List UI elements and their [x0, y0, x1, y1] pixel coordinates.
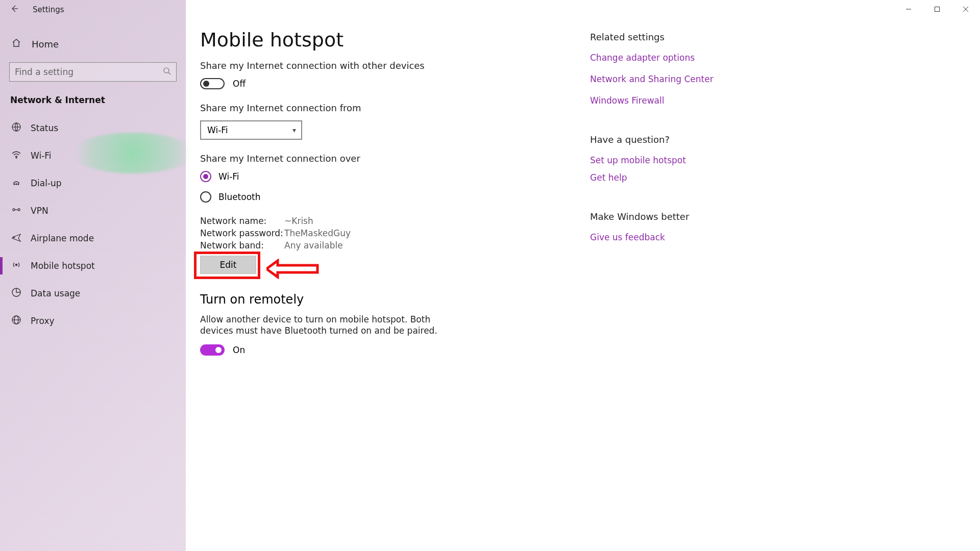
- sidebar-home[interactable]: Home: [0, 30, 186, 58]
- sidebar-item-proxy[interactable]: Proxy: [0, 307, 186, 335]
- share-connection-label: Share my Internet connection with other …: [200, 60, 590, 71]
- svg-point-5: [18, 184, 19, 185]
- sidebar-item-vpn[interactable]: VPN: [0, 197, 186, 224]
- window-chrome: [894, 0, 980, 18]
- edit-button[interactable]: Edit: [200, 256, 256, 274]
- link-give-us-feedback[interactable]: Give us feedback: [590, 232, 753, 242]
- proxy-icon: [11, 315, 21, 327]
- sidebar-item-data-usage[interactable]: Data usage: [0, 280, 186, 307]
- sidebar-item-label: Status: [31, 123, 58, 133]
- svg-marker-12: [266, 261, 317, 277]
- network-name-value: ~Krish: [284, 216, 313, 226]
- wifi-icon: [11, 149, 21, 162]
- svg-point-4: [16, 184, 17, 185]
- sidebar-nav: Status Wi-Fi Dial-up VP: [0, 114, 186, 335]
- share-from-dropdown[interactable]: Wi-Fi ▾: [200, 120, 302, 140]
- dialup-icon: [11, 177, 21, 189]
- related-settings-title: Related settings: [590, 32, 753, 42]
- share-from-value: Wi-Fi: [207, 125, 228, 135]
- annotation-arrow-icon: [266, 259, 323, 279]
- radio-label: Bluetooth: [218, 192, 261, 202]
- link-get-help[interactable]: Get help: [590, 172, 753, 183]
- radio-icon: [200, 191, 211, 203]
- share-over-wifi-radio[interactable]: Wi-Fi: [200, 171, 590, 182]
- network-password-label: Network password:: [200, 228, 284, 238]
- sidebar-item-dialup[interactable]: Dial-up: [0, 169, 186, 197]
- sidebar: Settings Home Network & Internet: [0, 0, 186, 551]
- remote-toggle[interactable]: [200, 344, 225, 356]
- titlebar: Settings: [0, 0, 186, 19]
- remote-heading: Turn on remotely: [200, 292, 590, 307]
- titlebar-title: Settings: [33, 5, 64, 14]
- svg-rect-13: [935, 7, 940, 12]
- link-change-adapter-options[interactable]: Change adapter options: [590, 53, 753, 63]
- link-setup-mobile-hotspot[interactable]: Set up mobile hotspot: [590, 155, 753, 165]
- remote-toggle-text: On: [233, 345, 245, 355]
- toggle-knob: [215, 347, 222, 353]
- svg-point-2: [16, 157, 17, 158]
- vpn-icon: [11, 205, 21, 217]
- right-pane: Related settings Change adapter options …: [590, 0, 774, 551]
- share-from-label: Share my Internet connection from: [200, 103, 590, 113]
- share-connection-toggle[interactable]: [200, 78, 225, 89]
- svg-point-3: [14, 184, 15, 185]
- close-button[interactable]: [951, 0, 980, 18]
- svg-point-7: [18, 209, 20, 211]
- sidebar-item-mobile-hotspot[interactable]: Mobile hotspot: [0, 252, 186, 280]
- sidebar-item-airplane[interactable]: Airplane mode: [0, 224, 186, 252]
- remote-description: Allow another device to turn on mobile h…: [200, 314, 440, 336]
- status-icon: [11, 122, 21, 134]
- content: Mobile hotspot Share my Internet connect…: [186, 0, 590, 551]
- radio-label: Wi-Fi: [218, 171, 239, 182]
- search-icon: [163, 67, 171, 77]
- search-wrap: [9, 62, 177, 82]
- search-box[interactable]: [9, 62, 177, 82]
- svg-point-0: [164, 68, 169, 73]
- share-over-label: Share my Internet connection over: [200, 153, 590, 164]
- datausage-icon: [11, 287, 21, 299]
- sidebar-section-header: Network & Internet: [0, 92, 186, 114]
- network-band-value: Any available: [284, 240, 343, 251]
- link-network-sharing-center[interactable]: Network and Sharing Center: [590, 74, 753, 84]
- share-connection-toggle-text: Off: [233, 79, 246, 89]
- sidebar-item-wifi[interactable]: Wi-Fi: [0, 142, 186, 169]
- sidebar-item-label: Wi-Fi: [31, 151, 52, 161]
- link-windows-firewall[interactable]: Windows Firewall: [590, 95, 753, 106]
- maximize-button[interactable]: [923, 0, 951, 18]
- network-password-row: Network password: TheMaskedGuy: [200, 228, 590, 238]
- sidebar-item-label: Airplane mode: [31, 233, 94, 243]
- main-area: Mobile hotspot Share my Internet connect…: [186, 0, 980, 551]
- share-over-bluetooth-radio[interactable]: Bluetooth: [200, 191, 590, 203]
- sidebar-home-label: Home: [32, 39, 59, 49]
- home-icon: [11, 38, 21, 50]
- sidebar-item-label: Dial-up: [31, 178, 62, 188]
- network-name-row: Network name: ~Krish: [200, 216, 590, 226]
- svg-point-8: [16, 264, 17, 266]
- sidebar-item-label: VPN: [31, 206, 48, 216]
- svg-point-6: [13, 209, 15, 211]
- sidebar-item-label: Mobile hotspot: [31, 261, 95, 271]
- search-input[interactable]: [15, 67, 163, 77]
- network-name-label: Network name:: [200, 216, 284, 226]
- network-band-row: Network band: Any available: [200, 240, 590, 251]
- network-band-label: Network band:: [200, 240, 284, 251]
- sidebar-item-label: Data usage: [31, 288, 80, 298]
- hotspot-icon: [11, 260, 21, 272]
- chevron-down-icon: ▾: [292, 126, 296, 134]
- back-arrow-icon[interactable]: [10, 5, 18, 15]
- toggle-knob: [203, 81, 209, 87]
- page-title: Mobile hotspot: [200, 29, 590, 51]
- airplane-icon: [11, 232, 21, 244]
- make-windows-better-title: Make Windows better: [590, 211, 753, 222]
- radio-icon: [200, 171, 211, 182]
- sidebar-item-status[interactable]: Status: [0, 114, 186, 142]
- question-title: Have a question?: [590, 134, 753, 145]
- minimize-button[interactable]: [894, 0, 923, 18]
- network-password-value: TheMaskedGuy: [284, 228, 351, 238]
- sidebar-item-label: Proxy: [31, 316, 55, 326]
